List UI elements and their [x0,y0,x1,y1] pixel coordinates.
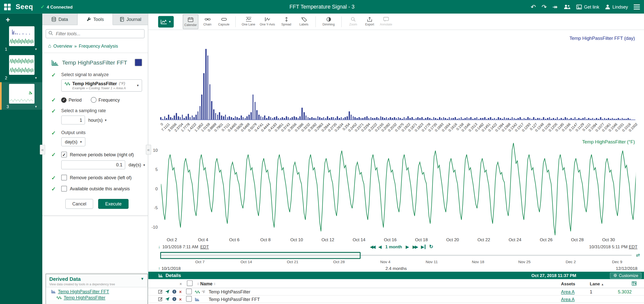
calendar-icon [188,17,193,22]
info-icon[interactable] [172,297,179,301]
tab-journal[interactable]: Journal [113,14,148,25]
collapse-panel-button[interactable]: « [146,145,151,155]
get-link-button[interactable]: Get link [576,4,599,9]
step-back-icon[interactable]: ◀ [379,244,382,249]
columns-config-icon[interactable] [632,281,640,286]
remove-icon[interactable]: × [179,289,186,294]
column-assets[interactable]: Assets [561,281,590,286]
worksheet-3-thumbnail[interactable] [9,84,35,104]
row-checkbox[interactable] [186,296,192,301]
undo-icon[interactable]: ↶ [531,3,536,10]
signal-select[interactable]: Temp HighPassFilter (°F) Example » Cooli… [61,79,142,92]
range-end[interactable]: 10/31/2018 5:11 PM [589,244,628,249]
worksheet-3-selected[interactable]: 3 ▼ [0,82,42,110]
remove-below-unit-select[interactable]: day(s) ▼ [128,162,146,167]
edit-properties-icon[interactable] [158,297,165,301]
breadcrumb-frequency-analysis[interactable]: Frequency Analysis [79,43,118,48]
asset-link[interactable]: Area A [561,289,575,294]
available-outside-checkbox[interactable] [61,186,67,192]
trend-send-icon[interactable] [165,289,172,294]
range-start-arrow-icon[interactable]: ↓ [158,244,160,249]
toolbar-dimming-button[interactable]: Dimming [320,15,337,28]
home-icon[interactable]: ⌂ [48,43,51,49]
toolbar-one-y-axis-button[interactable]: One Y-Axis [259,15,276,28]
toolbar-capsule-button[interactable]: Capsule [216,15,231,28]
cancel-button[interactable]: Cancel [65,199,93,209]
chevron-collapse-icon[interactable]: ▼ [141,277,144,281]
row-checkbox[interactable] [186,288,192,294]
radio-frequency[interactable]: Frequency [91,97,120,103]
toolbar-one-lane-button[interactable]: One Lane [240,15,257,28]
app-grid-icon[interactable] [4,4,11,10]
scrubber-selected-range[interactable] [160,252,361,259]
table-row[interactable]: × Temp HighPassFilter FFT Area A [148,295,644,303]
tab-tools[interactable]: Tools [78,14,113,25]
scrub-duration[interactable]: 2.4 months [148,266,644,271]
step-back-fast-icon[interactable]: ◀◀ [370,244,375,249]
range-duration[interactable]: 1 month [385,244,402,249]
range-start-timezone[interactable]: EDT [200,244,209,249]
tab-data[interactable]: Data [42,14,78,25]
connection-status[interactable]: ✓ 4 Connected [41,4,73,10]
table-row[interactable]: × °F Temp HighPassFilter Area A 1 5.3032 [148,288,644,295]
toolbar-export-button[interactable]: Export [362,15,377,28]
check-icon: ✓ [51,72,56,78]
remove-icon[interactable]: × [179,297,186,302]
customize-button[interactable]: Customize [610,272,641,278]
asset-link[interactable]: Area A [561,297,575,302]
fft-bar [190,117,191,120]
range-start[interactable]: 10/1/2018 7:11 AM [162,244,198,249]
remove-below-input[interactable] [61,160,125,169]
chevron-down-icon[interactable]: ▼ [35,48,37,50]
user-menu[interactable]: Lindsey [605,4,628,9]
collapse-rail-button[interactable]: « [40,145,45,155]
toolbar-calendar-button[interactable]: Calendar [183,14,198,29]
sort-icon[interactable]: ↕ [214,281,216,285]
step-to-end-icon[interactable]: ▶ [421,244,425,249]
share-icon[interactable]: ↠ [553,3,558,10]
sort-icon[interactable]: ↕ [197,281,199,285]
sampling-unit-select[interactable]: hour(s) ▼ [88,117,107,123]
step-forward-fast-icon[interactable]: ▶▶ [413,244,417,249]
expand-range-icon[interactable]: ⇄ [636,252,640,258]
view-mode-button[interactable]: ▼ [158,16,174,27]
remove-below-checkbox[interactable]: ✓ [61,152,67,158]
series-color-swatch[interactable] [135,59,142,66]
chevron-down-icon[interactable]: ▼ [35,76,37,79]
range-end-timezone[interactable]: EDT [629,244,637,249]
worksheet-1-thumbnail[interactable] [9,26,35,46]
output-unit-select[interactable]: day(s) ▼ [61,137,85,146]
toolbar-spread-button[interactable]: Spread [278,15,295,28]
info-icon[interactable] [172,289,179,294]
column-lane[interactable]: Lane ▲ [590,281,607,286]
fft-bar [227,117,228,120]
filter-tools-input[interactable] [46,29,145,38]
details-icon [158,273,163,277]
fft-bar [292,117,293,120]
execute-button[interactable]: Execute [98,199,128,209]
redo-icon[interactable]: ↷ [541,3,547,10]
refresh-icon[interactable]: ↻ [429,244,433,250]
worksheet-2[interactable]: 2 ▼ [0,53,42,81]
worksheet-1[interactable]: 1 ▼ [0,25,42,52]
hamburger-menu-icon[interactable] [634,4,640,9]
add-worksheet-button[interactable]: + [6,16,42,23]
sampling-rate-input[interactable] [61,115,85,125]
toolbar-chain-button[interactable]: Chain [200,15,215,28]
breadcrumb-overview[interactable]: Overview [53,43,72,48]
remove-all-icon[interactable]: × [180,281,187,286]
users-icon[interactable] [563,4,570,9]
select-all-checkbox[interactable] [187,280,193,286]
edit-properties-icon[interactable] [158,289,165,294]
chart-area[interactable]: Temp HighPassFilter FFT (day) 07.11113.5… [148,30,644,243]
remove-above-checkbox[interactable] [61,175,67,180]
derived-data-panel: Derived Data View data created by tools … [46,274,148,304]
toolbar-labels-button[interactable]: Labels [296,15,311,28]
worksheet-2-thumbnail[interactable] [9,55,35,75]
timeline-scrubber[interactable]: ⇄ [158,251,637,259]
chevron-down-icon[interactable]: ▼ [35,105,37,108]
trend-send-icon[interactable] [165,297,172,301]
fft-bar [358,117,359,120]
radio-period[interactable]: ✓ Period [61,97,82,103]
step-forward-icon[interactable]: ▶ [406,244,409,249]
